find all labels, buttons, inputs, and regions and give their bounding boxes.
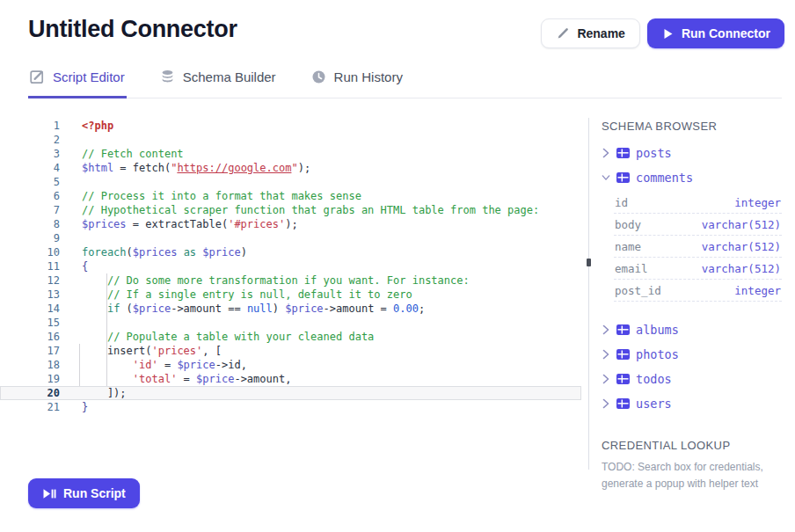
schema-table-comments[interactable]: comments — [602, 165, 782, 190]
line-number: 1 — [0, 119, 60, 133]
schema-tree: postscommentsidintegerbodyvarchar(512)na… — [602, 141, 782, 416]
table-icon — [616, 148, 630, 158]
line-number: 7 — [0, 203, 60, 217]
tab-label: Script Editor — [53, 69, 125, 84]
play-to-end-icon — [42, 487, 56, 500]
chevron-right-icon — [602, 398, 610, 409]
line-number: 11 — [0, 259, 60, 273]
code-line[interactable]: 5 — [0, 175, 581, 189]
rename-label: Rename — [577, 26, 624, 40]
code-line[interactable]: 13 // If a single entry is null, default… — [0, 288, 581, 302]
schema-table-todos[interactable]: todos — [602, 367, 782, 391]
run-script-button[interactable]: Run Script — [28, 478, 140, 508]
field-type: varchar(512) — [702, 240, 781, 253]
code-line[interactable]: 21} — [0, 400, 581, 414]
table-icon — [616, 349, 630, 360]
line-number: 21 — [0, 400, 60, 414]
line-number: 5 — [0, 175, 60, 189]
table-name: albums — [636, 323, 679, 337]
play-icon — [661, 27, 675, 40]
clock-icon — [311, 69, 326, 84]
table-icon — [616, 172, 630, 183]
table-icon — [616, 374, 630, 384]
tab-run-history[interactable]: Run History — [310, 62, 405, 98]
credential-lookup-title: CREDENTIAL LOOKUP — [602, 439, 782, 452]
schema-table-photos[interactable]: photos — [602, 342, 782, 367]
code-line[interactable]: 19 'total' = $price->amount, — [0, 372, 581, 386]
tab-bar: Script Editor Schema Builder Run History — [28, 62, 782, 98]
table-name: posts — [636, 146, 672, 160]
line-number: 8 — [0, 217, 60, 231]
code-line[interactable]: 12 // Do some more transformation if you… — [0, 273, 581, 288]
main-content: 1<?php23// Fetch content4$html = fetch("… — [0, 98, 795, 470]
chevron-right-icon — [602, 349, 610, 360]
code-line[interactable]: 1<?php — [0, 119, 581, 133]
line-number: 13 — [0, 288, 60, 302]
table-name: comments — [636, 171, 693, 185]
field-type: integer — [734, 284, 781, 297]
code-line[interactable]: 4$html = fetch("https://google.com"); — [0, 161, 581, 175]
field-name: name — [615, 240, 641, 253]
code-line[interactable]: 7// Hypothetical scraper function that g… — [0, 203, 581, 217]
code-line[interactable]: 6// Process it into a format that makes … — [0, 189, 581, 203]
database-icon — [160, 69, 175, 84]
schema-field-row: idinteger — [614, 192, 782, 214]
code-line[interactable]: 18 'id' = $price->id, — [0, 358, 581, 372]
chevron-right-icon — [602, 374, 610, 384]
schema-table-albums[interactable]: albums — [602, 317, 782, 342]
header-actions: Rename Run Connector — [541, 18, 784, 48]
line-number: 18 — [0, 358, 60, 372]
indent-guide — [79, 344, 80, 386]
line-number: 3 — [0, 147, 60, 161]
run-connector-label: Run Connector — [682, 26, 770, 40]
field-type: integer — [734, 196, 781, 209]
code-line[interactable]: 10foreach($prices as $price) — [0, 245, 581, 259]
code-line[interactable]: 3// Fetch content — [0, 147, 581, 161]
field-type: varchar(512) — [702, 218, 781, 231]
run-connector-button[interactable]: Run Connector — [647, 18, 784, 48]
chevron-right-icon — [602, 324, 610, 335]
code-line[interactable]: 20 ]); — [0, 386, 581, 400]
field-name: id — [615, 196, 628, 209]
line-number: 2 — [0, 133, 60, 147]
page-title: Untitled Connector — [28, 16, 237, 43]
tab-script-editor[interactable]: Script Editor — [28, 62, 127, 98]
chevron-down-icon — [602, 174, 610, 181]
code-line[interactable]: 9 — [0, 231, 581, 245]
schema-browser-title: SCHEMA BROWSER — [602, 120, 782, 133]
run-script-label: Run Script — [63, 486, 126, 500]
code-line[interactable]: 15 — [0, 316, 581, 330]
schema-table-posts[interactable]: posts — [602, 141, 782, 165]
code-line[interactable]: 11{ — [0, 259, 581, 273]
code-line[interactable]: 16 // Populate a table with your cleaned… — [0, 330, 581, 344]
schema-field-row: post_idinteger — [614, 280, 782, 302]
header: Untitled Connector Rename Run Connector — [0, 0, 795, 48]
line-number: 16 — [0, 330, 60, 344]
line-number: 9 — [0, 231, 60, 245]
pencil-icon — [556, 26, 570, 40]
schema-field-row: bodyvarchar(512) — [614, 214, 782, 236]
code-line[interactable]: 8$prices = extractTable('#prices'); — [0, 217, 581, 231]
field-name: email — [615, 262, 648, 275]
code-line[interactable]: 17 insert('prices', [ — [0, 344, 581, 358]
field-list: idintegerbodyvarchar(512)namevarchar(512… — [614, 192, 782, 302]
line-number: 10 — [0, 245, 60, 259]
schema-field-row: namevarchar(512) — [614, 236, 782, 258]
pane-divider[interactable] — [588, 118, 589, 470]
divider-handle-icon[interactable] — [587, 259, 591, 266]
schema-table-users[interactable]: users — [602, 391, 782, 416]
code-line[interactable]: 14 if ($price->amount == null) $price->a… — [0, 302, 581, 316]
tab-label: Run History — [334, 69, 403, 84]
rename-button[interactable]: Rename — [541, 18, 639, 48]
schema-field-row: emailvarchar(512) — [614, 258, 782, 280]
line-number: 4 — [0, 161, 60, 175]
schema-browser-panel: SCHEMA BROWSER postscommentsidintegerbod… — [589, 98, 795, 470]
line-number: 6 — [0, 189, 60, 203]
table-icon — [616, 324, 630, 335]
tab-schema-builder[interactable]: Schema Builder — [158, 62, 278, 98]
table-name: todos — [636, 372, 672, 386]
field-name: body — [615, 218, 641, 231]
chevron-right-icon — [602, 148, 610, 158]
code-line[interactable]: 2 — [0, 133, 581, 147]
code-editor[interactable]: 1<?php23// Fetch content4$html = fetch("… — [0, 98, 588, 470]
